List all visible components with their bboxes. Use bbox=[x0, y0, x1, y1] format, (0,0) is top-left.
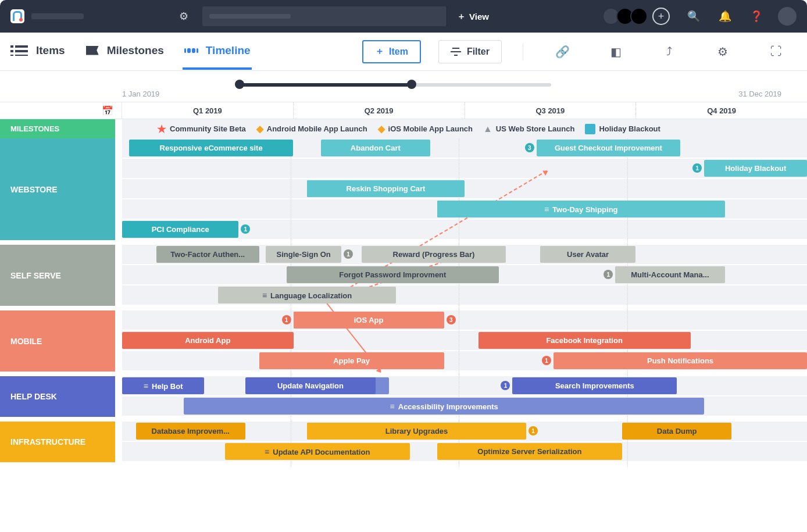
timeline-bar[interactable]: Abandon Cart bbox=[321, 140, 430, 156]
user-avatar[interactable] bbox=[778, 7, 797, 26]
timeline-bar[interactable]: iOS App bbox=[294, 312, 444, 329]
avatar[interactable] bbox=[630, 8, 648, 25]
timeline-bar[interactable]: Facebook Integration bbox=[479, 332, 691, 349]
tab-items[interactable]: Items bbox=[13, 34, 66, 70]
search-input[interactable] bbox=[202, 6, 447, 26]
timeline-bar[interactable]: Update API Documentation bbox=[225, 443, 410, 460]
milestone-label: Android Mobile App Launch bbox=[267, 124, 367, 133]
notifications-icon[interactable]: 🔔 bbox=[717, 10, 733, 23]
timeline-bar[interactable]: Forgot Password Improvment bbox=[287, 266, 499, 283]
bar-label: Library Upgrades bbox=[385, 427, 448, 435]
dependency-badge[interactable]: 1 bbox=[241, 224, 250, 234]
timeline-bar[interactable]: PCI Compliance bbox=[122, 221, 238, 238]
milestone-item[interactable]: Holiday Blackout bbox=[585, 124, 660, 134]
dependency-badge[interactable]: 3 bbox=[525, 143, 534, 152]
layout-icon[interactable]: ◧ bbox=[606, 45, 626, 59]
milestone-item[interactable]: ◆Android Mobile App Launch bbox=[256, 123, 367, 134]
timeline-bar[interactable]: Apple Pay bbox=[259, 352, 444, 369]
track-row: Two-Factor Authen...Single-Sign On1Rewar… bbox=[122, 245, 807, 264]
tab-milestones-label: Milestones bbox=[107, 44, 164, 57]
milestone-item[interactable]: ◆iOS Mobile App Launch bbox=[378, 123, 473, 134]
add-item-button[interactable]: ＋ Item bbox=[362, 40, 421, 63]
swimlane-label[interactable]: INFRASTRUCTURE bbox=[0, 422, 115, 462]
track-row: Accessibility Improvements bbox=[122, 397, 807, 416]
diamond-icon: ◆ bbox=[378, 123, 385, 134]
filter-button[interactable]: Filter bbox=[438, 40, 502, 63]
track-row: PCI Compliance1 bbox=[122, 220, 807, 239]
app-logo[interactable] bbox=[10, 9, 24, 23]
date-range-slider[interactable] bbox=[237, 81, 551, 87]
timeline-bar[interactable]: Push Notifications bbox=[554, 352, 807, 369]
bar-label: Guest Checkout Improvement bbox=[555, 144, 662, 152]
timeline-bar[interactable]: Language Localization bbox=[218, 287, 396, 304]
timeline-bar[interactable]: Update Navigation bbox=[245, 377, 376, 394]
settings-icon[interactable]: ⚙ bbox=[179, 10, 188, 23]
timeline-bar[interactable]: Multi-Account Mana... bbox=[615, 266, 724, 283]
link-view-icon[interactable]: 🔗 bbox=[552, 45, 572, 59]
timeline-bar[interactable]: Reward (Progress Bar) bbox=[362, 246, 505, 263]
dependency-badge[interactable]: 1 bbox=[501, 381, 510, 390]
swimlanes: WEBSTOREResponsive eCommerce siteAbandon… bbox=[0, 138, 807, 467]
milestone-label: Community Site Beta bbox=[170, 124, 246, 133]
timeline-bar[interactable]: User Avatar bbox=[540, 246, 636, 263]
help-icon[interactable]: ❓ bbox=[749, 10, 764, 23]
timeline-bar[interactable]: Responsive eCommerce site bbox=[129, 140, 294, 156]
tab-milestones[interactable]: Milestones bbox=[84, 34, 165, 70]
dependency-badge[interactable]: 3 bbox=[447, 315, 456, 324]
view-button[interactable]: ＋ View bbox=[447, 6, 499, 26]
milestone-item[interactable]: ★Community Site Beta bbox=[157, 123, 246, 135]
tab-timeline-label: Timeline bbox=[206, 44, 251, 57]
bar-label: Abandon Cart bbox=[351, 144, 401, 152]
timeline-area: 1 Jan 2019 31 Dec 2019 📅 Q1 2019Q2 2019Q… bbox=[0, 81, 807, 467]
track-row: Two-Day Shipping bbox=[122, 199, 807, 219]
items-icon bbox=[14, 44, 29, 57]
add-item-label: Item bbox=[389, 47, 408, 57]
date-end: 31 Dec 2019 bbox=[738, 90, 781, 98]
collaborators[interactable]: + bbox=[602, 8, 670, 25]
dependency-badge[interactable]: 1 bbox=[692, 163, 702, 173]
timeline-bar[interactable]: Guest Checkout Improvement bbox=[537, 140, 680, 156]
export-icon[interactable]: ⤴ bbox=[659, 45, 679, 58]
track-row: Database Improvem...Library Upgrades1Dat… bbox=[122, 422, 807, 441]
add-collaborator-button[interactable]: + bbox=[652, 8, 670, 25]
timeline-bar[interactable]: Two-Factor Authen... bbox=[156, 246, 259, 263]
search-icon[interactable]: 🔍 bbox=[686, 10, 701, 23]
bar-label: Single-Sign On bbox=[277, 250, 331, 259]
fullscreen-icon[interactable]: ⛶ bbox=[766, 45, 786, 58]
swimlane-label[interactable]: MOBILE bbox=[0, 310, 115, 372]
swimlane-label[interactable]: WEBSTORE bbox=[0, 138, 115, 240]
range-handle-end[interactable] bbox=[407, 80, 416, 89]
dependency-badge[interactable]: 1 bbox=[529, 426, 538, 435]
timeline-bar[interactable]: Accessibility Improvements bbox=[184, 398, 704, 415]
timeline-bar[interactable]: Two-Day Shipping bbox=[437, 201, 725, 217]
timeline-bar[interactable]: Single-Sign On bbox=[266, 246, 341, 263]
milestone-item[interactable]: ▲US Web Store Launch bbox=[483, 124, 574, 134]
view-button-label: View bbox=[469, 12, 489, 22]
search-placeholder-redacted bbox=[209, 14, 291, 19]
gear-icon[interactable]: ⚙ bbox=[713, 45, 733, 59]
workspace-name-redacted[interactable] bbox=[31, 13, 84, 19]
swimlane-label[interactable]: HELP DESK bbox=[0, 376, 115, 417]
timeline-settings-icon[interactable]: 📅 bbox=[0, 102, 122, 119]
dependency-badge[interactable]: 1 bbox=[344, 249, 353, 259]
track-row: Responsive eCommerce siteAbandon CartGue… bbox=[122, 138, 807, 158]
dependency-badge[interactable]: 1 bbox=[604, 270, 613, 279]
dependency-badge[interactable]: 1 bbox=[542, 356, 551, 365]
tab-timeline[interactable]: Timeline bbox=[183, 34, 252, 70]
timeline-bar[interactable]: Holiday Blackout bbox=[704, 160, 807, 177]
timeline-bar[interactable]: Library Upgrades bbox=[307, 423, 526, 440]
timeline-bar[interactable]: Database Improvem... bbox=[136, 423, 245, 440]
timeline-bar[interactable]: Optimize Server Serialization bbox=[437, 443, 622, 460]
bar-label: Two-Day Shipping bbox=[544, 205, 618, 214]
bar-label: PCI Compliance bbox=[152, 225, 209, 234]
timeline-bar[interactable]: Reskin Shopping Cart bbox=[307, 180, 465, 197]
dependency-badge[interactable]: 1 bbox=[282, 315, 291, 324]
bar-label: iOS App bbox=[354, 316, 384, 324]
bar-label: Update API Documentation bbox=[265, 447, 370, 456]
swimlane-label[interactable]: SELF SERVE bbox=[0, 245, 115, 306]
timeline-bar[interactable]: Help Bot bbox=[122, 377, 204, 394]
timeline-bar[interactable]: Android App bbox=[122, 332, 294, 349]
timeline-bar[interactable]: Data Dump bbox=[622, 423, 731, 440]
timeline-bar[interactable]: Search Improvements bbox=[512, 377, 677, 394]
range-handle-start[interactable] bbox=[235, 80, 244, 89]
